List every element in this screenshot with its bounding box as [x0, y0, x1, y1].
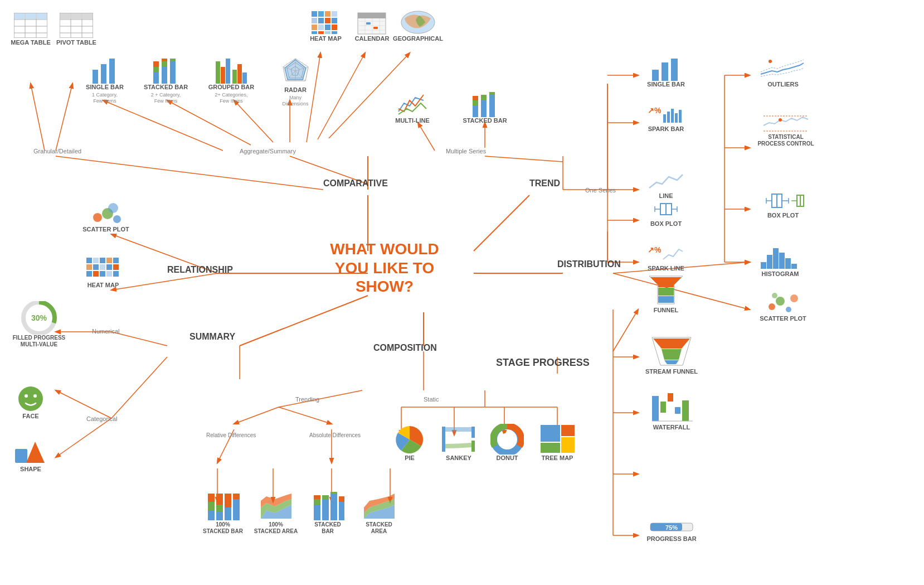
node-pivot-table: PIVOT TABLE	[51, 11, 101, 46]
node-filled-progress: 30% FILLED PROGRESSMULTI-VALUE	[6, 301, 72, 348]
svg-rect-178	[767, 255, 772, 269]
pivot-table-label: PIVOT TABLE	[56, 39, 96, 46]
svg-rect-255	[314, 505, 320, 520]
geographical-icon	[400, 10, 436, 35]
svg-marker-222	[664, 360, 679, 364]
svg-rect-86	[71, 13, 81, 19]
pivot-table-icon	[60, 11, 93, 39]
svg-rect-125	[332, 25, 337, 30]
face-icon	[17, 385, 45, 413]
radar-label: RADAR	[284, 86, 307, 94]
svg-rect-246	[216, 494, 223, 505]
svg-rect-258	[322, 499, 329, 520]
node-stacked-bar-right: STACKED BAR	[463, 89, 507, 124]
svg-line-1	[474, 195, 529, 251]
svg-rect-200	[106, 264, 112, 270]
face-label: FACE	[22, 413, 38, 420]
svg-point-191	[108, 203, 118, 213]
node-progress-bar: 75% PROGRESS BAR	[638, 519, 705, 543]
svg-rect-144	[481, 100, 487, 117]
scatter-plot-left-label: SCATTER PLOT	[82, 226, 129, 233]
svg-rect-203	[93, 271, 99, 277]
node-stacked-bar-top: STACKED BAR 2 + Category,Few Items	[142, 56, 189, 104]
node-waterfall: WATERFALL	[638, 390, 705, 431]
heat-map-left-label: HEAT MAP	[87, 282, 119, 289]
funnel-label: FUNNEL	[654, 307, 679, 314]
svg-rect-179	[773, 248, 779, 269]
multi-line-label: MULTI-LINE	[395, 117, 430, 124]
mega-table-icon	[14, 11, 47, 39]
svg-rect-77	[26, 13, 36, 19]
filled-progress-label: FILLED PROGRESSMULTI-VALUE	[13, 335, 65, 348]
svg-rect-193	[93, 258, 99, 263]
svg-rect-78	[37, 13, 47, 19]
stream-funnel-label: STREAM FUNNEL	[645, 368, 698, 375]
single-bar-top-icon	[90, 56, 120, 84]
svg-rect-104	[242, 72, 247, 84]
histogram-icon	[758, 243, 803, 270]
svg-rect-256	[314, 499, 320, 505]
svg-marker-218	[658, 296, 674, 303]
spark-line-label: SPARK LINE	[648, 265, 684, 272]
svg-rect-147	[489, 92, 495, 95]
pie-icon	[393, 424, 426, 455]
svg-rect-235	[471, 441, 475, 452]
svg-rect-142	[473, 100, 478, 106]
histogram-label: HISTOGRAM	[761, 270, 799, 278]
svg-rect-96	[162, 59, 167, 61]
svg-rect-128	[325, 31, 330, 34]
svg-point-184	[776, 297, 785, 306]
mega-table-label: MEGA TABLE	[11, 39, 51, 46]
svg-text:↗%: ↗%	[648, 245, 662, 254]
node-face: FACE	[11, 385, 50, 420]
scatter-plot-right-icon	[763, 290, 803, 315]
svg-rect-89	[101, 64, 106, 84]
node-heat-map-top: HEAT MAP	[305, 10, 347, 42]
node-spc: STATISTICALPROCESS CONTROL	[747, 112, 825, 147]
svg-rect-201	[113, 264, 119, 270]
svg-rect-149	[662, 62, 668, 81]
svg-rect-181	[785, 258, 791, 269]
svg-rect-195	[106, 258, 112, 263]
svg-rect-87	[82, 13, 93, 19]
radar-icon	[280, 56, 311, 86]
svg-rect-129	[332, 31, 337, 34]
radar-sub: ManyDimensions	[282, 95, 308, 107]
label-one-series: One Series	[585, 187, 616, 194]
svg-rect-196	[113, 258, 119, 263]
svg-rect-91	[153, 72, 159, 84]
svg-line-43	[56, 418, 111, 457]
svg-line-41	[111, 357, 167, 418]
svg-rect-244	[208, 502, 215, 510]
svg-rect-182	[791, 264, 797, 269]
svg-rect-177	[761, 262, 766, 269]
heat-map-left-icon	[85, 257, 121, 282]
svg-line-4	[240, 296, 368, 346]
svg-rect-197	[86, 264, 92, 270]
stacked-bar-top-icon	[150, 56, 181, 84]
svg-rect-121	[332, 18, 337, 23]
filled-progress-icon: 30%	[17, 301, 61, 335]
svg-line-51	[279, 390, 362, 407]
spark-line-icon: ↗%	[646, 243, 685, 265]
single-bar-top-label: SINGLE BAR	[86, 84, 124, 91]
branch-comparative: COMPARATIVE	[323, 178, 388, 188]
node-shape: SHAPE	[8, 441, 53, 473]
label-categorical: Categorical	[86, 415, 118, 422]
svg-line-19	[485, 156, 563, 162]
label-aggregate: Aggregate/Summary	[240, 148, 296, 154]
svg-point-210	[18, 386, 43, 411]
svg-rect-138	[366, 22, 371, 25]
svg-point-188	[93, 213, 102, 222]
100-stacked-bar-icon	[205, 491, 241, 521]
calendar-icon	[357, 10, 387, 35]
svg-rect-94	[162, 67, 167, 84]
node-multi-line: MULTI-LINE	[390, 89, 435, 124]
svg-rect-122	[312, 25, 317, 30]
svg-line-11	[103, 100, 223, 151]
heat-map-top-label: HEAT MAP	[310, 35, 342, 42]
svg-point-212	[33, 394, 37, 398]
grouped-bar-icon	[215, 56, 248, 84]
svg-point-211	[25, 394, 28, 398]
svg-rect-241	[561, 437, 575, 453]
